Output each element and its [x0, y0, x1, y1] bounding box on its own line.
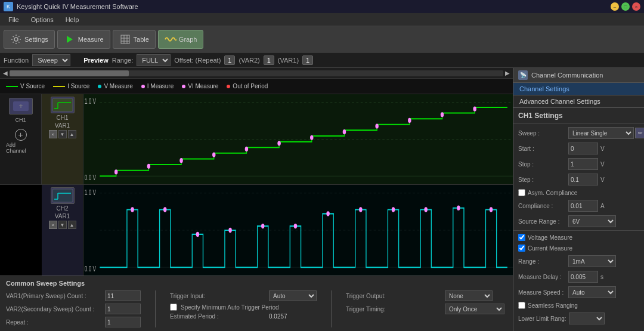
- range-select[interactable]: FULL: [137, 54, 171, 66]
- ch2-var: VAR1: [55, 213, 70, 219]
- add-channel-label: CH1: [15, 117, 26, 123]
- var2-count-input[interactable]: [105, 304, 141, 314]
- ch2-y-top-label: 1.0 V: [85, 188, 96, 196]
- svg-point-26: [441, 112, 444, 117]
- tab-channel-settings[interactable]: Channel Settings: [513, 83, 644, 95]
- scroll-right-arrow[interactable]: ▶: [503, 70, 512, 76]
- rp-compliance-input[interactable]: [568, 200, 598, 212]
- repeat-input[interactable]: [105, 317, 141, 327]
- ch2-sidebar: CH2 VAR1 × ▼ ▲: [42, 185, 83, 276]
- app-icon: K: [4, 2, 13, 11]
- ch2-close-button[interactable]: ×: [49, 221, 57, 229]
- ch1-graph[interactable]: 1.0 V 0.0 V: [83, 94, 513, 184]
- function-select[interactable]: Sweep: [32, 54, 70, 66]
- settings-button[interactable]: Settings: [4, 30, 55, 49]
- add-channel-text: Add Channel: [6, 142, 35, 154]
- rp-current-measure-row: Current Measure: [513, 243, 644, 253]
- ch2-graph[interactable]: 1.0 V 0.0 V: [83, 185, 513, 276]
- minimize-button[interactable]: –: [611, 2, 619, 11]
- menu-help[interactable]: Help: [60, 15, 85, 24]
- estimated-period-label: Estimated Period :: [170, 313, 265, 320]
- rp-compliance-unit: A: [600, 203, 610, 209]
- main-area: ◀ ▶ V Source I Source V Measure I Meas: [0, 68, 644, 331]
- graph-label: Graph: [179, 36, 197, 43]
- rp-asym-compliance-checkbox[interactable]: [518, 189, 525, 196]
- trigger-timing-select[interactable]: Only OnceEvery Step: [445, 304, 504, 314]
- scroll-track[interactable]: [10, 70, 503, 76]
- ch2-down-button[interactable]: ▼: [58, 221, 67, 229]
- rp-measure-delay-input[interactable]: [568, 271, 598, 283]
- var1-count-input[interactable]: [105, 290, 141, 301]
- rp-stop-input[interactable]: [568, 158, 598, 170]
- measure-button[interactable]: Measure: [57, 30, 110, 49]
- rp-sweep-select[interactable]: Linear Single Log Single Linear Double L…: [568, 127, 634, 139]
- trigger-output-select[interactable]: NoneExt: [445, 290, 493, 301]
- ch2-name: CH2: [56, 205, 68, 212]
- rp-measure-speed-row: Measure Speed : AutoFastNormalSlow: [513, 284, 644, 300]
- outofperiod-icon: [227, 85, 230, 88]
- rp-range-select[interactable]: 1mA10mA100mA1A: [568, 255, 616, 267]
- add-channel-button[interactable]: + Add Channel: [2, 125, 39, 157]
- var1-count-row: VAR1(Primary Sweep) Count :: [6, 290, 141, 301]
- table-button[interactable]: Table: [113, 30, 156, 49]
- svg-point-19: [212, 152, 215, 157]
- rp-sweep-edit-button[interactable]: ✏: [635, 128, 644, 138]
- rp-stop-label: Stop :: [518, 161, 566, 168]
- trigger-input-row: Trigger Input: AutoManualGPIBExt: [170, 290, 317, 301]
- legend-vimeasure: VI Measure: [182, 83, 218, 89]
- scroll-left-arrow[interactable]: ◀: [1, 70, 10, 76]
- ch1-down-button[interactable]: ▼: [58, 130, 67, 138]
- svg-marker-1: [67, 36, 73, 43]
- vimeasure-label: VI Measure: [188, 83, 218, 89]
- ch1-close-button[interactable]: ×: [49, 130, 57, 138]
- menu-options[interactable]: Options: [25, 15, 60, 24]
- maximize-button[interactable]: □: [621, 2, 630, 11]
- ch1-name: CH1: [56, 115, 68, 121]
- tab-advanced-channel-settings[interactable]: Advanced Channel Settings: [513, 95, 644, 108]
- legend-vsource: V Source: [6, 83, 45, 89]
- svg-point-27: [473, 107, 476, 112]
- rp-range-row: Range : 1mA10mA100mA1A: [513, 253, 644, 269]
- svg-point-39: [261, 224, 264, 228]
- ch1-y-zero-label: 0.0 V: [85, 174, 96, 182]
- svg-point-46: [490, 207, 493, 212]
- trigger-timing-row: Trigger Timing: Only OnceEvery Step: [346, 304, 504, 314]
- rp-current-measure-label: Current Measure: [528, 245, 572, 252]
- menu-file[interactable]: File: [2, 15, 25, 24]
- left-panel: ◀ ▶ V Source I Source V Measure I Meas: [0, 68, 513, 331]
- rp-lower-limit-label: Lower Limit Rang:: [518, 315, 566, 322]
- trigger-input-select[interactable]: AutoManualGPIBExt: [269, 290, 317, 301]
- ch2-up-button[interactable]: ▲: [68, 221, 76, 229]
- scroll-thumb[interactable]: [10, 70, 129, 76]
- rp-seamless-ranging-checkbox[interactable]: [518, 302, 525, 309]
- right-panel: 📡 Channel Communication Channel Settings…: [513, 68, 644, 331]
- svg-point-41: [326, 211, 329, 216]
- rp-step-input[interactable]: [568, 174, 598, 185]
- rp-source-range-select[interactable]: 6V2V20V40V: [568, 215, 616, 227]
- close-button[interactable]: ×: [632, 2, 640, 11]
- preview-label: Preview: [83, 57, 109, 64]
- ch2-image: [51, 187, 75, 204]
- rp-source-range-label: Source Range :: [518, 218, 566, 225]
- rp-seamless-ranging-label: Seamless Ranging: [528, 302, 578, 309]
- sweep-col-3: Trigger Output: NoneExt Trigger Timing: …: [346, 290, 504, 327]
- table-label: Table: [134, 36, 149, 43]
- svg-point-21: [277, 141, 280, 146]
- rp-lower-limit-select[interactable]: [569, 313, 605, 324]
- var2-count-row: VAR2(Secondary Sweep) Count :: [6, 304, 141, 314]
- rp-current-measure-checkbox[interactable]: [518, 245, 525, 252]
- rp-sweep-row: Sweep : Linear Single Log Single Linear …: [513, 125, 644, 141]
- rp-start-input[interactable]: [568, 143, 598, 154]
- imeasure-icon: [141, 85, 145, 88]
- rp-header: 📡 Channel Communication: [513, 68, 644, 83]
- offset-label: Offset: (Repeat): [174, 57, 221, 64]
- rp-measure-speed-select[interactable]: AutoFastNormalSlow: [568, 286, 616, 298]
- specify-min-checkbox[interactable]: [170, 304, 177, 311]
- window-controls: – □ ×: [611, 2, 640, 11]
- rp-voltage-measure-checkbox[interactable]: [518, 234, 525, 241]
- rp-measure-delay-row: Measure Delay : s: [513, 269, 644, 284]
- graph-button[interactable]: Graph: [158, 30, 204, 49]
- legend-imeasure: I Measure: [141, 83, 174, 89]
- rp-start-row: Start : V: [513, 141, 644, 156]
- ch1-up-button[interactable]: ▲: [68, 130, 76, 138]
